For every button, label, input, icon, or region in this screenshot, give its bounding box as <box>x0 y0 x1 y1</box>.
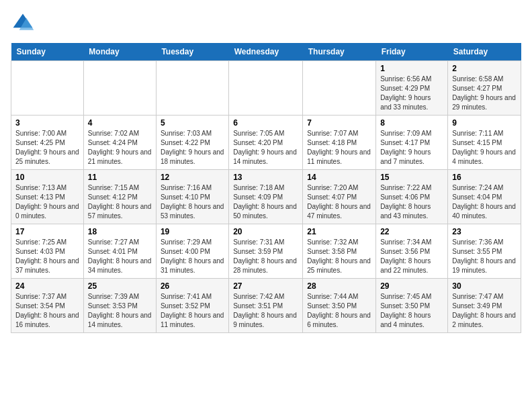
day-info: Sunrise: 7:25 AM Sunset: 4:03 PM Dayligh… <box>15 238 79 275</box>
day-info: Sunrise: 7:34 AM Sunset: 3:56 PM Dayligh… <box>380 238 443 275</box>
calendar-cell <box>229 61 303 116</box>
day-header-monday: Monday <box>83 43 156 61</box>
calendar-cell <box>303 61 376 116</box>
calendar-cell: 24Sunrise: 7:37 AM Sunset: 3:54 PM Dayli… <box>11 279 84 333</box>
day-info: Sunrise: 7:47 AM Sunset: 3:49 PM Dayligh… <box>452 292 517 330</box>
calendar-cell: 23Sunrise: 7:36 AM Sunset: 3:55 PM Dayli… <box>448 224 521 279</box>
day-number: 22 <box>380 227 443 236</box>
calendar-cell: 14Sunrise: 7:20 AM Sunset: 4:07 PM Dayli… <box>303 170 376 224</box>
day-number: 28 <box>307 281 371 291</box>
day-info: Sunrise: 7:02 AM Sunset: 4:24 PM Dayligh… <box>88 129 152 167</box>
day-info: Sunrise: 7:27 AM Sunset: 4:01 PM Dayligh… <box>88 238 152 275</box>
day-number: 29 <box>380 281 443 291</box>
logo-icon <box>11 11 35 35</box>
day-number: 23 <box>452 227 517 236</box>
day-info: Sunrise: 7:41 AM Sunset: 3:52 PM Dayligh… <box>161 292 224 330</box>
day-info: Sunrise: 7:03 AM Sunset: 4:22 PM Dayligh… <box>161 129 224 167</box>
calendar-cell: 21Sunrise: 7:32 AM Sunset: 3:58 PM Dayli… <box>303 224 376 279</box>
calendar-cell: 8Sunrise: 7:09 AM Sunset: 4:17 PM Daylig… <box>376 116 448 170</box>
week-row-1: 3Sunrise: 7:00 AM Sunset: 4:25 PM Daylig… <box>11 116 521 170</box>
day-number: 7 <box>307 118 371 128</box>
day-headers-row: SundayMondayTuesdayWednesdayThursdayFrid… <box>11 43 521 61</box>
day-number: 20 <box>233 227 298 236</box>
day-info: Sunrise: 7:32 AM Sunset: 3:58 PM Dayligh… <box>307 238 371 275</box>
day-number: 15 <box>380 173 443 182</box>
day-info: Sunrise: 7:22 AM Sunset: 4:06 PM Dayligh… <box>380 183 443 221</box>
calendar-cell: 27Sunrise: 7:42 AM Sunset: 3:51 PM Dayli… <box>229 279 303 333</box>
page-header <box>11 11 521 35</box>
calendar-cell: 2Sunrise: 6:58 AM Sunset: 4:27 PM Daylig… <box>448 61 521 116</box>
calendar-cell: 15Sunrise: 7:22 AM Sunset: 4:06 PM Dayli… <box>376 170 448 224</box>
day-number: 19 <box>161 227 224 236</box>
day-info: Sunrise: 7:09 AM Sunset: 4:17 PM Dayligh… <box>380 129 443 167</box>
day-info: Sunrise: 7:11 AM Sunset: 4:15 PM Dayligh… <box>452 129 517 167</box>
day-header-tuesday: Tuesday <box>156 43 228 61</box>
calendar-cell: 13Sunrise: 7:18 AM Sunset: 4:09 PM Dayli… <box>229 170 303 224</box>
calendar-cell: 11Sunrise: 7:15 AM Sunset: 4:12 PM Dayli… <box>83 170 156 224</box>
day-number: 3 <box>15 118 79 128</box>
day-header-thursday: Thursday <box>303 43 376 61</box>
week-row-3: 17Sunrise: 7:25 AM Sunset: 4:03 PM Dayli… <box>11 224 521 279</box>
day-number: 11 <box>88 173 152 182</box>
day-number: 6 <box>233 118 298 128</box>
week-row-0: 1Sunrise: 6:56 AM Sunset: 4:29 PM Daylig… <box>11 61 521 116</box>
calendar-cell <box>156 61 228 116</box>
calendar-cell: 25Sunrise: 7:39 AM Sunset: 3:53 PM Dayli… <box>83 279 156 333</box>
day-info: Sunrise: 7:18 AM Sunset: 4:09 PM Dayligh… <box>233 183 298 221</box>
calendar-cell <box>83 61 156 116</box>
day-info: Sunrise: 7:39 AM Sunset: 3:53 PM Dayligh… <box>88 292 152 330</box>
day-info: Sunrise: 7:16 AM Sunset: 4:10 PM Dayligh… <box>161 183 224 221</box>
calendar-cell: 26Sunrise: 7:41 AM Sunset: 3:52 PM Dayli… <box>156 279 228 333</box>
calendar-cell: 4Sunrise: 7:02 AM Sunset: 4:24 PM Daylig… <box>83 116 156 170</box>
day-number: 5 <box>161 118 224 128</box>
day-number: 14 <box>307 173 371 182</box>
day-info: Sunrise: 7:00 AM Sunset: 4:25 PM Dayligh… <box>15 129 79 167</box>
day-info: Sunrise: 6:58 AM Sunset: 4:27 PM Dayligh… <box>452 75 517 112</box>
day-info: Sunrise: 7:15 AM Sunset: 4:12 PM Dayligh… <box>88 183 152 221</box>
calendar-cell: 29Sunrise: 7:45 AM Sunset: 3:50 PM Dayli… <box>376 279 448 333</box>
day-number: 9 <box>452 118 517 128</box>
day-number: 26 <box>161 281 224 291</box>
day-info: Sunrise: 7:13 AM Sunset: 4:13 PM Dayligh… <box>15 183 79 221</box>
calendar-cell: 9Sunrise: 7:11 AM Sunset: 4:15 PM Daylig… <box>448 116 521 170</box>
calendar-cell <box>11 61 84 116</box>
logo <box>11 11 39 35</box>
day-info: Sunrise: 7:05 AM Sunset: 4:20 PM Dayligh… <box>233 129 298 167</box>
day-number: 10 <box>15 173 79 182</box>
day-number: 12 <box>161 173 224 182</box>
day-info: Sunrise: 7:20 AM Sunset: 4:07 PM Dayligh… <box>307 183 371 221</box>
calendar-cell: 19Sunrise: 7:29 AM Sunset: 4:00 PM Dayli… <box>156 224 228 279</box>
calendar-cell: 5Sunrise: 7:03 AM Sunset: 4:22 PM Daylig… <box>156 116 228 170</box>
day-number: 8 <box>380 118 443 128</box>
day-number: 13 <box>233 173 298 182</box>
day-info: Sunrise: 7:07 AM Sunset: 4:18 PM Dayligh… <box>307 129 371 167</box>
day-info: Sunrise: 6:56 AM Sunset: 4:29 PM Dayligh… <box>380 75 443 112</box>
day-info: Sunrise: 7:29 AM Sunset: 4:00 PM Dayligh… <box>161 238 224 275</box>
day-number: 18 <box>88 227 152 236</box>
calendar-cell: 16Sunrise: 7:24 AM Sunset: 4:04 PM Dayli… <box>448 170 521 224</box>
calendar-cell: 28Sunrise: 7:44 AM Sunset: 3:50 PM Dayli… <box>303 279 376 333</box>
day-number: 2 <box>452 64 517 73</box>
calendar-cell: 20Sunrise: 7:31 AM Sunset: 3:59 PM Dayli… <box>229 224 303 279</box>
day-info: Sunrise: 7:44 AM Sunset: 3:50 PM Dayligh… <box>307 292 371 330</box>
day-number: 27 <box>233 281 298 291</box>
day-header-sunday: Sunday <box>11 43 84 61</box>
day-info: Sunrise: 7:36 AM Sunset: 3:55 PM Dayligh… <box>452 238 517 275</box>
calendar-cell: 17Sunrise: 7:25 AM Sunset: 4:03 PM Dayli… <box>11 224 84 279</box>
calendar-cell: 3Sunrise: 7:00 AM Sunset: 4:25 PM Daylig… <box>11 116 84 170</box>
day-info: Sunrise: 7:42 AM Sunset: 3:51 PM Dayligh… <box>233 292 298 330</box>
day-info: Sunrise: 7:31 AM Sunset: 3:59 PM Dayligh… <box>233 238 298 275</box>
calendar-cell: 18Sunrise: 7:27 AM Sunset: 4:01 PM Dayli… <box>83 224 156 279</box>
day-number: 4 <box>88 118 152 128</box>
day-info: Sunrise: 7:24 AM Sunset: 4:04 PM Dayligh… <box>452 183 517 221</box>
day-number: 30 <box>452 281 517 291</box>
calendar-cell: 7Sunrise: 7:07 AM Sunset: 4:18 PM Daylig… <box>303 116 376 170</box>
day-header-saturday: Saturday <box>448 43 521 61</box>
calendar-table: SundayMondayTuesdayWednesdayThursdayFrid… <box>11 43 521 333</box>
day-number: 24 <box>15 281 79 291</box>
day-info: Sunrise: 7:45 AM Sunset: 3:50 PM Dayligh… <box>380 292 443 330</box>
calendar-cell: 22Sunrise: 7:34 AM Sunset: 3:56 PM Dayli… <box>376 224 448 279</box>
day-number: 25 <box>88 281 152 291</box>
day-info: Sunrise: 7:37 AM Sunset: 3:54 PM Dayligh… <box>15 292 79 330</box>
week-row-2: 10Sunrise: 7:13 AM Sunset: 4:13 PM Dayli… <box>11 170 521 224</box>
